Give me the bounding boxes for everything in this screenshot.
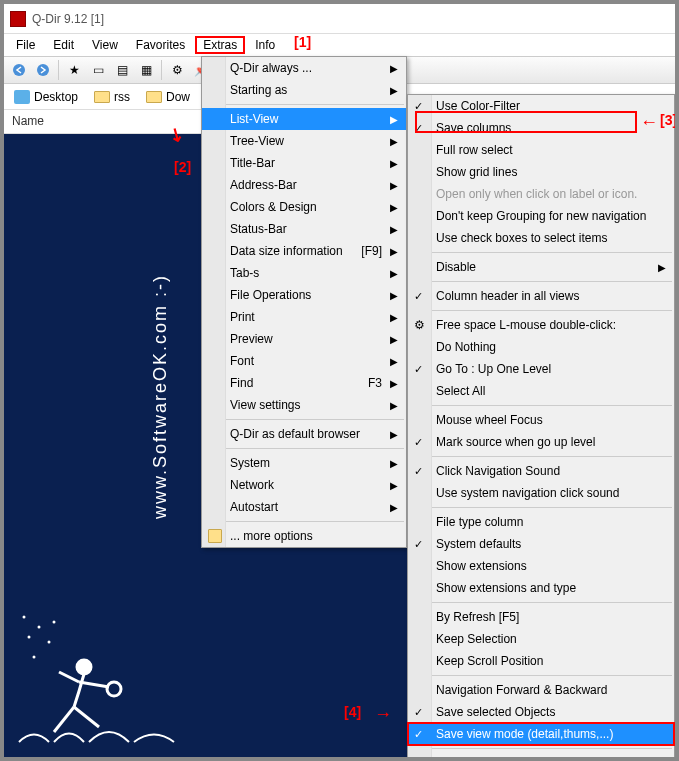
annotation-4: [4] [344,704,361,720]
view1-button[interactable]: ▭ [87,59,109,81]
listview-item[interactable]: File type column [408,511,674,533]
forward-button[interactable] [32,59,54,81]
listview-item[interactable]: ✓Click Navigation Sound [408,460,674,482]
submenu-arrow-icon: ▶ [390,224,398,235]
svg-point-2 [77,660,91,674]
menu-item-label: File Operations [230,288,311,302]
menu-separator [410,405,672,406]
menu-separator [410,507,672,508]
menu-item-label: Title-Bar [230,156,275,170]
menu-item-label: Starting as [230,83,287,97]
listview-item[interactable]: Keep Selection [408,628,674,650]
listview-item[interactable]: Full row select [408,139,674,161]
extras-item[interactable]: Address-Bar▶ [202,174,406,196]
extras-item[interactable]: List-View▶ [202,108,406,130]
folder-icon [94,91,110,103]
star-button[interactable]: ★ [63,59,85,81]
view3-button[interactable]: ▦ [135,59,157,81]
menu-item-label: Print [230,310,255,324]
menu-item-label: Navigation Forward & Backward [436,683,607,697]
listview-item[interactable]: Select All [408,380,674,402]
listview-item[interactable]: ✓Save selected Objects [408,701,674,723]
listview-item[interactable]: ✓Go To : Up One Level [408,358,674,380]
listview-item[interactable]: Use system navigation click sound [408,482,674,504]
listview-item[interactable]: Show extensions and type [408,577,674,599]
menu-item-label: Data size information [230,244,343,258]
listview-item[interactable]: ✓Save columns [408,117,674,139]
extras-item[interactable]: FindF3▶ [202,372,406,394]
extras-item[interactable]: ... more options [202,525,406,547]
submenu-arrow-icon: ▶ [390,114,398,125]
listview-item[interactable]: ⚙Free space L-mouse double-click: [408,314,674,336]
listview-item[interactable]: Show grid lines [408,161,674,183]
listview-item[interactable]: Show extensions [408,555,674,577]
extras-item[interactable]: Starting as▶ [202,79,406,101]
menu-item-label: Select All [436,384,485,398]
extras-item[interactable]: Network▶ [202,474,406,496]
menu-item-label: Use check boxes to select items [436,231,607,245]
submenu-arrow-icon: ▶ [390,400,398,411]
extras-item[interactable]: Title-Bar▶ [202,152,406,174]
menu-item-label: List-View [230,112,278,126]
check-icon: ✓ [414,757,423,762]
listview-item[interactable]: Keep Scroll Position [408,650,674,672]
menu-edit[interactable]: Edit [45,36,82,54]
extras-item[interactable]: Q-Dir always ...▶ [202,57,406,79]
view2-button[interactable]: ▤ [111,59,133,81]
menu-item-label: Disable Transparent Selection (at W7/Vis… [436,756,669,761]
submenu-arrow-icon: ▶ [390,334,398,345]
check-icon: ✓ [414,290,423,303]
extras-item[interactable]: Data size information[F9]▶ [202,240,406,262]
listview-item[interactable]: Don't keep Grouping for new navigation [408,205,674,227]
listview-item[interactable]: ✓Disable Transparent Selection (at W7/Vi… [408,752,674,761]
extras-item[interactable]: Colors & Design▶ [202,196,406,218]
listview-item[interactable]: By Refresh [F5] [408,606,674,628]
menu-item-label: Column header in all views [436,289,579,303]
menu-file[interactable]: File [8,36,43,54]
svg-point-9 [23,616,26,619]
check-icon: ✓ [414,100,423,113]
listview-item[interactable]: Disable▶ [408,256,674,278]
extras-item[interactable]: File Operations▶ [202,284,406,306]
menu-separator [410,252,672,253]
menu-item-label: Status-Bar [230,222,287,236]
listview-submenu: ✓Use Color-Filter✓Save columnsFull row s… [407,94,675,761]
extras-item[interactable]: View settings▶ [202,394,406,416]
svg-point-6 [48,641,51,644]
check-icon: ✓ [414,122,423,135]
submenu-arrow-icon: ▶ [390,356,398,367]
svg-point-8 [53,621,56,624]
menu-extras[interactable]: Extras [195,36,245,54]
extras-item[interactable]: Preview▶ [202,328,406,350]
listview-item[interactable]: Use check boxes to select items [408,227,674,249]
extras-item[interactable]: Print▶ [202,306,406,328]
listview-item[interactable]: Mouse wheel Focus [408,409,674,431]
folder-dow[interactable]: Dow [140,88,196,106]
submenu-arrow-icon: ▶ [390,290,398,301]
menu-info[interactable]: Info [247,36,283,54]
listview-item[interactable]: ✓Use Color-Filter [408,95,674,117]
extras-item[interactable]: System▶ [202,452,406,474]
menu-item-label: Full row select [436,143,513,157]
extras-item[interactable]: Status-Bar▶ [202,218,406,240]
extras-item[interactable]: Font▶ [202,350,406,372]
listview-item[interactable]: ✓Mark source when go up level [408,431,674,453]
folder-rss[interactable]: rss [88,88,136,106]
extras-item[interactable]: Autostart▶ [202,496,406,518]
extras-item[interactable]: Tab-s▶ [202,262,406,284]
gear-button[interactable]: ⚙ [166,59,188,81]
folder-desktop[interactable]: Desktop [8,88,84,106]
menu-view[interactable]: View [84,36,126,54]
listview-item[interactable]: Do Nothing [408,336,674,358]
menu-item-label: Click Navigation Sound [436,464,560,478]
back-button[interactable] [8,59,30,81]
listview-item[interactable]: Navigation Forward & Backward [408,679,674,701]
listview-item[interactable]: ✓Column header in all views [408,285,674,307]
submenu-arrow-icon: ▶ [390,246,398,257]
listview-item[interactable]: ✓System defaults [408,533,674,555]
menu-item-label: Q-Dir as default browser [230,427,360,441]
extras-item[interactable]: Q-Dir as default browser▶ [202,423,406,445]
menu-favorites[interactable]: Favorites [128,36,193,54]
listview-item[interactable]: ✓Save view mode (detail,thums,...) [408,723,674,745]
extras-item[interactable]: Tree-View▶ [202,130,406,152]
